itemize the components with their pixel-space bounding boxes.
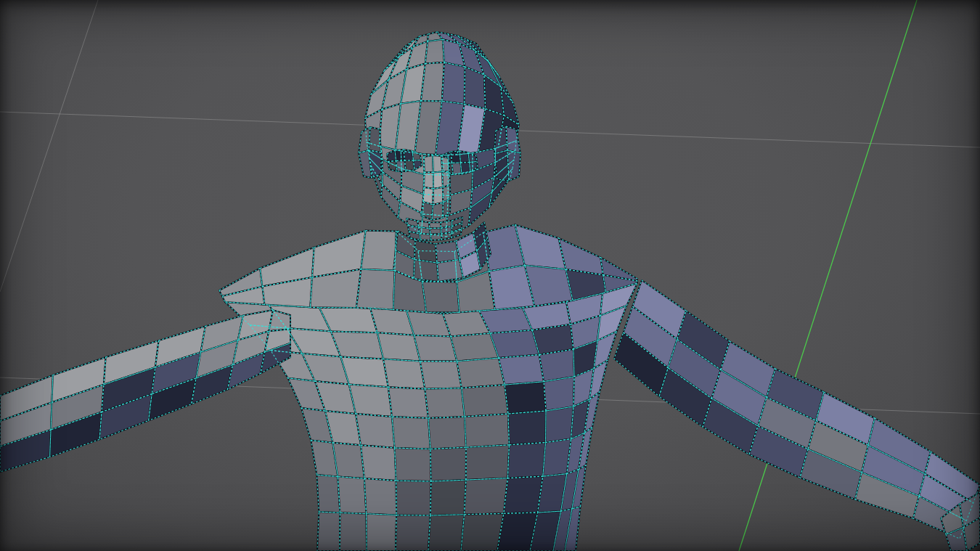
- mesh-canvas[interactable]: [0, 0, 980, 551]
- viewport-3d[interactable]: [0, 0, 980, 551]
- mesh-part-right-arm[interactable]: [614, 280, 980, 539]
- human-mesh-faces[interactable]: [0, 32, 980, 551]
- mesh-part-left-arm[interactable]: [0, 310, 290, 472]
